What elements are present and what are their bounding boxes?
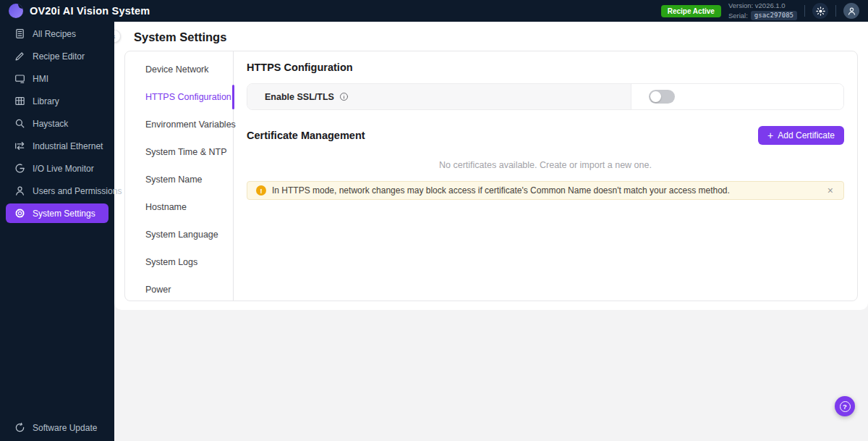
- sidebar-item-label: Users and Permissions: [33, 186, 122, 196]
- sidebar-item-io-live-monitor[interactable]: I/O Live Monitor: [0, 157, 114, 180]
- sidebar-item-users-permissions[interactable]: Users and Permissions: [0, 180, 114, 202]
- toggle-knob: [650, 91, 661, 102]
- subnav-item-label: Hostname: [145, 202, 187, 212]
- sidebar-item-label: All Recipes: [33, 29, 76, 39]
- ssl-label-cell: Enable SSL/TLS: [247, 84, 631, 109]
- subnav-item-device-network[interactable]: Device Network: [125, 56, 233, 83]
- sidebar-item-haystack[interactable]: Haystack: [0, 112, 114, 135]
- add-certificate-label: Add Certificate: [778, 130, 835, 140]
- add-certificate-button[interactable]: + Add Certificate: [758, 126, 844, 145]
- app-logo-icon: [9, 4, 23, 18]
- subnav-item-label: System Language: [145, 230, 218, 240]
- content-sheet: ‹ System Settings Device Network HTTPS C…: [114, 22, 868, 310]
- settings-content: HTTPS Configuration Enable SSL/TLS: [234, 51, 857, 301]
- settings-subnav: Device Network HTTPS Configuration Envir…: [125, 51, 234, 301]
- help-button[interactable]: ?: [835, 396, 855, 416]
- io-monitor-icon: [14, 163, 25, 174]
- monitor-icon: [14, 73, 25, 84]
- subnav-item-label: Power: [145, 285, 171, 295]
- sidebar-item-label: System Settings: [33, 209, 95, 219]
- close-icon[interactable]: ×: [826, 185, 835, 196]
- sidebar-item-label: Software Update: [33, 423, 97, 433]
- subnav-item-system-name[interactable]: System Name: [125, 166, 233, 193]
- subnav-item-power[interactable]: Power: [125, 276, 233, 303]
- sidebar: All Recipes Recipe Editor HMI: [0, 22, 114, 441]
- ethernet-icon: [14, 140, 25, 151]
- subnav-item-https-configuration[interactable]: HTTPS Configuration: [125, 83, 233, 111]
- sidebar-item-label: Haystack: [33, 119, 68, 129]
- enable-ssl-row: Enable SSL/TLS: [247, 83, 844, 110]
- sidebar-nav: All Recipes Recipe Editor HMI: [0, 22, 114, 223]
- user-icon: [14, 185, 25, 196]
- subnav-item-hostname[interactable]: Hostname: [125, 193, 233, 221]
- sidebar-item-label: Industrial Ethernet: [33, 141, 103, 151]
- theme-toggle-button[interactable]: [812, 3, 828, 19]
- version-info: Version: v2026.1.0 Serial: gsac297085: [728, 1, 797, 21]
- sidebar-item-label: HMI: [33, 74, 48, 84]
- recipe-active-badge: Recipe Active: [661, 5, 721, 17]
- sidebar-item-label: Library: [33, 96, 59, 106]
- pencil-icon: [14, 51, 25, 62]
- sidebar-item-recipe-editor[interactable]: Recipe Editor: [0, 45, 114, 67]
- subnav-item-system-language[interactable]: System Language: [125, 221, 233, 248]
- sun-icon: [816, 7, 825, 16]
- serial-value: gsac297085: [751, 11, 797, 20]
- subnav-item-system-logs[interactable]: System Logs: [125, 248, 233, 276]
- sidebar-item-all-recipes[interactable]: All Recipes: [0, 22, 114, 45]
- ssl-value-cell: [631, 84, 843, 109]
- user-avatar-button[interactable]: [843, 3, 859, 19]
- subnav-item-label: HTTPS Configuration: [145, 92, 231, 102]
- grid-icon: [14, 96, 25, 106]
- gear-icon: [14, 208, 25, 219]
- info-icon[interactable]: [339, 92, 349, 101]
- main-area: ‹ System Settings Device Network HTTPS C…: [114, 22, 868, 441]
- subnav-item-system-time-ntp[interactable]: System Time & NTP: [125, 138, 233, 166]
- ssl-label: Enable SSL/TLS: [265, 92, 334, 102]
- version-label: Version: v2026.1.0: [728, 1, 797, 11]
- sidebar-item-library[interactable]: Library: [0, 90, 114, 112]
- recipes-list-icon: [14, 28, 25, 39]
- sidebar-item-software-update[interactable]: Software Update: [0, 416, 114, 439]
- sidebar-item-hmi[interactable]: HMI: [0, 67, 114, 90]
- person-icon: [847, 7, 856, 16]
- certificate-management-heading: Certificate Management: [247, 130, 365, 141]
- https-configuration-heading: HTTPS Configuration: [247, 62, 844, 73]
- https-warning-banner: ! In HTTPS mode, network changes may blo…: [247, 181, 844, 200]
- topbar-right-cluster: Recipe Active Version: v2026.1.0 Serial:…: [661, 1, 859, 21]
- subnav-item-label: Environment Variables: [145, 119, 236, 130]
- subnav-item-environment-variables[interactable]: Environment Variables: [125, 111, 233, 138]
- plus-icon: +: [767, 130, 773, 140]
- subnav-item-label: System Time & NTP: [145, 147, 227, 157]
- subnav-item-label: Device Network: [145, 64, 209, 75]
- brand: OV20i AI Vision System: [9, 4, 150, 18]
- certificates-empty-message: No certificates available. Create or imp…: [247, 160, 844, 170]
- help-icon: ?: [840, 401, 851, 412]
- top-bar: OV20i AI Vision System Recipe Active Ver…: [0, 0, 868, 22]
- topbar-divider: [835, 5, 836, 17]
- warning-message: In HTTPS mode, network changes may block…: [272, 185, 730, 196]
- serial-label: Serial:: [728, 12, 748, 21]
- topbar-divider: [804, 5, 805, 17]
- sidebar-item-industrial-ethernet[interactable]: Industrial Ethernet: [0, 135, 114, 157]
- warning-icon: !: [256, 185, 266, 196]
- certificate-management-header: Certificate Management + Add Certificate: [247, 126, 844, 145]
- sidebar-footer: Software Update: [0, 416, 114, 439]
- sidebar-item-label: I/O Live Monitor: [33, 164, 94, 174]
- subnav-item-label: System Logs: [145, 257, 197, 267]
- sidebar-item-label: Recipe Editor: [33, 51, 85, 62]
- sidebar-item-system-settings[interactable]: System Settings: [6, 203, 109, 223]
- settings-card: Device Network HTTPS Configuration Envir…: [124, 51, 858, 301]
- serial-line: Serial: gsac297085: [728, 11, 797, 20]
- page-title: System Settings: [114, 22, 868, 51]
- refresh-icon: [14, 422, 25, 433]
- app-title: OV20i AI Vision System: [30, 5, 150, 17]
- search-icon: [14, 118, 25, 129]
- ssl-toggle[interactable]: [649, 90, 675, 104]
- app-root: OV20i AI Vision System Recipe Active Ver…: [0, 0, 868, 441]
- subnav-item-label: System Name: [145, 175, 203, 185]
